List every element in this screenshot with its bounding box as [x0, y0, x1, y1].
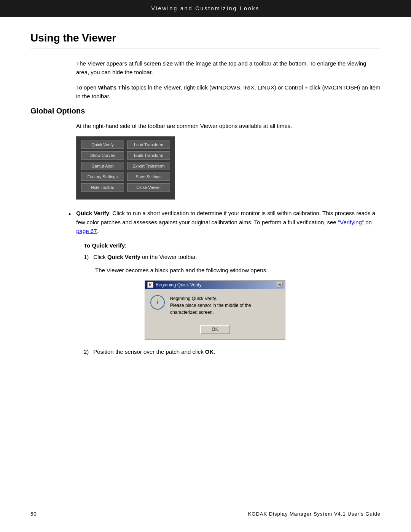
step1-bold: Quick Verify [107, 254, 140, 260]
main-content: Using the Viewer The Viewer appears at f… [0, 17, 411, 393]
intro2-bold: What's This [98, 84, 130, 91]
step-1: 1) Click Quick Verify on the Viewer tool… [84, 252, 381, 261]
dialog-k-icon: K [147, 282, 153, 288]
dialog-screenshot: K Beginning Quick Verify ✕ i Beginning Q… [145, 280, 285, 340]
step2-bold: OK [205, 348, 214, 355]
header-bar: Viewing and Customizing Looks [0, 0, 411, 17]
toolbar-row-3: Gamut Alert Export Transform [81, 162, 170, 170]
toolbar-row-4: Factory Settings Save Settings [81, 173, 170, 181]
dialog-message: Beginning Quick Verify. Please place sen… [170, 295, 280, 316]
bullet-text-main: : Click to run a short verification to d… [76, 210, 375, 225]
page-title: Using the Viewer [30, 32, 381, 48]
footer-guide-text: KODAK Display Manager System V4.1 User's… [248, 511, 381, 517]
step-1-text: Click Quick Verify on the Viewer toolbar… [93, 252, 381, 261]
step-2-num: 2) [84, 347, 89, 356]
factory-settings-btn: Factory Settings [81, 173, 124, 181]
to-quick-verify-heading: To Quick Verify: [84, 242, 381, 249]
dialog-close-button[interactable]: ✕ [277, 282, 283, 288]
gamut-alert-btn: Gamut Alert [81, 162, 124, 170]
build-transform-btn: Build Transform [127, 151, 170, 160]
header-title: Viewing and Customizing Looks [151, 5, 260, 11]
dialog-info-icon: i [150, 295, 165, 310]
step2-prefix: Position the sensor over the patch and c… [93, 348, 205, 355]
intro2-prefix: To open [76, 84, 98, 91]
dialog-body: i Beginning Quick Verify. Please place s… [145, 289, 285, 322]
global-options-description: At the right-hand side of the toolbar ar… [76, 121, 381, 130]
quick-verify-btn: Quick Verify [81, 141, 124, 149]
toolbar-screenshot: Quick Verify Load Transform Show Curves … [76, 136, 175, 200]
toolbar-row-5: Hide Toolbar Close Viewer [81, 183, 170, 192]
footer-dots [23, 507, 388, 507]
hide-toolbar-btn: Hide Toolbar [81, 183, 124, 192]
step1-prefix: Click [93, 254, 107, 260]
export-transform-btn: Export Transform [127, 162, 170, 170]
intro-paragraph-1: The Viewer appears at full screen size w… [76, 59, 381, 77]
footer-text: 50 KODAK Display Manager System V4.1 Use… [0, 511, 411, 517]
info-i-glyph: i [156, 298, 158, 306]
step2-suffix: . [213, 348, 215, 355]
toolbar-row-1: Quick Verify Load Transform [81, 141, 170, 149]
to-quick-verify-section: To Quick Verify: 1) Click Quick Verify o… [84, 242, 381, 356]
global-options-heading: Global Options [30, 107, 381, 115]
step-1-result: The Viewer becomes a black patch and the… [95, 266, 381, 275]
dialog-title: Beginning Quick Verify [156, 282, 202, 288]
bullet-bold-quick-verify: Quick Verify [76, 210, 109, 216]
step-2: 2) Position the sensor over the patch an… [84, 347, 381, 356]
bullet-item-quick-verify: • Quick Verify: Click to run a short ver… [68, 209, 381, 235]
bullet-text-suffix: . [97, 228, 99, 234]
footer: 50 KODAK Display Manager System V4.1 Use… [0, 507, 411, 517]
intro-paragraph-2: To open What's This topics in the Viewer… [76, 83, 381, 101]
dialog-titlebar: K Beginning Quick Verify ✕ [145, 281, 285, 289]
toolbar-row-2: Show Curves Build Transform [81, 151, 170, 160]
step1-suffix: on the Viewer toolbar. [140, 254, 197, 260]
load-transform-btn: Load Transform [127, 141, 170, 149]
close-viewer-btn: Close Viewer [127, 183, 170, 192]
bullet-dot: • [68, 209, 71, 220]
dialog-ok-row: OK [145, 322, 285, 339]
dialog-message-line2: Please place sensor in the middle of the… [170, 302, 280, 316]
save-settings-btn: Save Settings [127, 173, 170, 181]
footer-page-number: 50 [30, 511, 37, 517]
dialog-titlebar-left: K Beginning Quick Verify [147, 282, 202, 288]
bullet-text-quick-verify: Quick Verify: Click to run a short verif… [76, 209, 381, 235]
step-1-num: 1) [84, 252, 89, 261]
show-curves-btn: Show Curves [81, 151, 124, 160]
dialog-ok-button[interactable]: OK [200, 325, 229, 334]
step-2-text: Position the sensor over the patch and c… [93, 347, 381, 356]
bullet-list: • Quick Verify: Click to run a short ver… [68, 209, 381, 235]
dialog-message-line1: Beginning Quick Verify. [170, 295, 280, 302]
